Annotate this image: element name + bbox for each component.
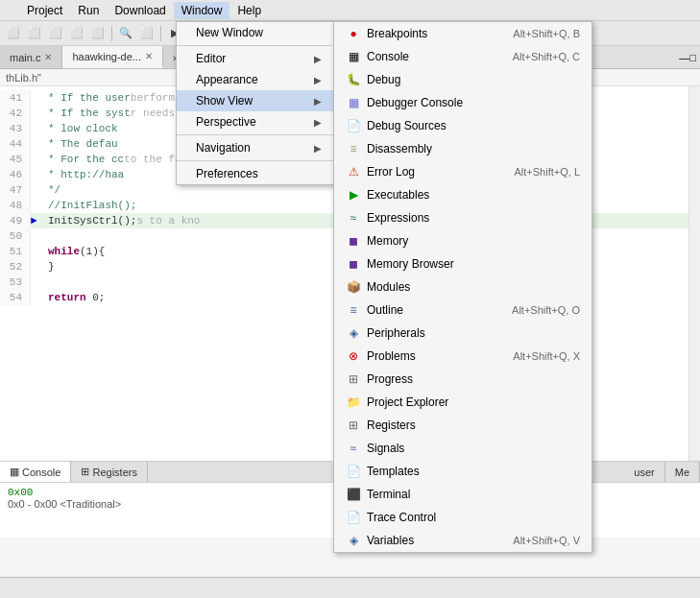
window-menu-appearance[interactable]: Appearance ▶ bbox=[177, 69, 333, 90]
showview-debug-sources-inner: 📄 Debug Sources bbox=[346, 118, 580, 133]
showview-breakpoints-inner: ● Breakpoints bbox=[346, 26, 505, 41]
line-marker-50 bbox=[31, 228, 44, 244]
line-content-49: InitSysCtrl();s to a kno bbox=[44, 213, 200, 228]
console-right-tab-me[interactable]: Me bbox=[665, 462, 700, 482]
line-marker-43 bbox=[31, 121, 44, 136]
menu-item-download[interactable]: Download bbox=[107, 2, 173, 19]
menu-item-project[interactable]: Project bbox=[19, 2, 70, 19]
window-menu-editor-arrow: ▶ bbox=[314, 54, 322, 64]
minimize-btn[interactable]: — bbox=[679, 52, 689, 63]
showview-breakpoints[interactable]: ● Breakpoints Alt+Shift+Q, B bbox=[334, 22, 591, 45]
showview-debug-sources-label: Debug Sources bbox=[367, 119, 447, 132]
line-num-50: 50 bbox=[0, 228, 31, 244]
line-content-53 bbox=[44, 275, 48, 290]
toolbar-btn-1[interactable]: ⬜ bbox=[4, 24, 23, 43]
line-num-45: 45 bbox=[0, 152, 31, 167]
menu-item-window[interactable]: Window bbox=[174, 2, 230, 19]
tab-haawking-close[interactable]: ✕ bbox=[145, 51, 153, 61]
line-num-54: 54 bbox=[0, 290, 31, 305]
showview-variables-shortcut: Alt+Shift+Q, V bbox=[513, 535, 580, 546]
showview-signals-label: Signals bbox=[367, 442, 404, 455]
toolbar-btn-6[interactable]: 🔍 bbox=[116, 24, 135, 43]
showview-modules[interactable]: 📦 Modules bbox=[334, 275, 591, 299]
disassembly-icon: ≡ bbox=[346, 141, 361, 156]
window-menu-new-window[interactable]: New Window bbox=[177, 22, 333, 43]
showview-outline[interactable]: ≡ Outline Alt+Shift+Q, O bbox=[334, 299, 591, 322]
line-content-54: return 0; bbox=[44, 290, 105, 305]
showview-disassembly[interactable]: ≡ Disassembly bbox=[334, 137, 591, 160]
showview-problems-label: Problems bbox=[367, 349, 416, 363]
showview-memory-label: Memory bbox=[367, 234, 408, 248]
showview-peripherals[interactable]: ◈ Peripherals bbox=[334, 322, 591, 345]
window-menu-editor[interactable]: Editor ▶ bbox=[177, 48, 333, 69]
showview-templates[interactable]: 📄 Templates bbox=[334, 460, 591, 483]
outline-icon: ≡ bbox=[346, 302, 361, 318]
expressions-icon: ≈ bbox=[346, 210, 361, 226]
toolbar-btn-7[interactable]: ⬜ bbox=[137, 24, 157, 43]
toolbar-btn-3[interactable]: ⬜ bbox=[46, 24, 65, 43]
maximize-btn[interactable]: □ bbox=[689, 52, 696, 63]
progress-icon: ⊞ bbox=[346, 371, 361, 387]
toolbar-btn-4[interactable]: ⬜ bbox=[67, 24, 86, 43]
showview-project-explorer[interactable]: 📁 Project Explorer bbox=[334, 391, 591, 414]
console-tab-console[interactable]: ▦ Console bbox=[0, 462, 71, 482]
tab-haawking[interactable]: haawking-de... ✕ bbox=[62, 46, 163, 68]
window-menu-navigation[interactable]: Navigation ▶ bbox=[177, 137, 333, 158]
showview-executables[interactable]: ▶ Executables bbox=[334, 183, 591, 206]
showview-trace-control[interactable]: 📄 Trace Control bbox=[334, 506, 591, 529]
line-num-53: 53 bbox=[0, 275, 31, 290]
toolbar-btn-2[interactable]: ⬜ bbox=[25, 24, 44, 43]
showview-problems[interactable]: ⊗ Problems Alt+Shift+Q, X bbox=[334, 345, 591, 368]
menu-item-run[interactable]: Run bbox=[70, 2, 107, 19]
error-log-icon: ⚠ bbox=[346, 164, 361, 179]
showview-memory-browser[interactable]: ◼ Memory Browser bbox=[334, 252, 591, 275]
toolbar-sep-1 bbox=[111, 26, 112, 41]
line-marker-45 bbox=[31, 152, 44, 167]
showview-memory[interactable]: ◼ Memory bbox=[334, 229, 591, 252]
window-menu-preferences[interactable]: Preferences bbox=[177, 163, 333, 184]
line-num-42: 42 bbox=[0, 106, 31, 121]
console-right-tab-user[interactable]: user bbox=[624, 462, 664, 482]
showview-signals[interactable]: ≈ Signals bbox=[334, 437, 591, 460]
showview-console[interactable]: ▦ Console Alt+Shift+Q, C bbox=[334, 45, 591, 68]
line-marker-46 bbox=[31, 167, 44, 182]
showview-debug[interactable]: 🐛 Debug bbox=[334, 68, 591, 91]
showview-outline-inner: ≡ Outline bbox=[346, 302, 504, 318]
tab-mainc-label: main.c bbox=[10, 52, 40, 63]
tab-mainc[interactable]: main.c ✕ bbox=[0, 46, 62, 68]
status-bar bbox=[0, 577, 700, 598]
showview-console-shortcut: Alt+Shift+Q, C bbox=[513, 51, 580, 62]
showview-debugger-console[interactable]: ▦ Debugger Console bbox=[334, 91, 591, 114]
vertical-scrollbar[interactable] bbox=[688, 86, 700, 461]
showview-disassembly-inner: ≡ Disassembly bbox=[346, 141, 580, 156]
line-content-46: * http://haa bbox=[44, 167, 124, 182]
window-menu-perspective[interactable]: Perspective ▶ bbox=[177, 111, 333, 132]
breakpoints-icon: ● bbox=[346, 26, 361, 41]
showview-variables-label: Variables bbox=[367, 534, 414, 547]
window-menu-perspective-arrow: ▶ bbox=[314, 117, 322, 128]
toolbar-sep-2 bbox=[160, 26, 161, 41]
line-marker-42 bbox=[31, 106, 44, 121]
window-menu-showview[interactable]: Show View ▶ bbox=[177, 90, 333, 111]
menu-item-unnamed[interactable] bbox=[4, 9, 19, 12]
toolbar-btn-5[interactable]: ⬜ bbox=[88, 24, 108, 43]
showview-variables[interactable]: ◈ Variables Alt+Shift+Q, V bbox=[334, 529, 591, 552]
line-num-49: 49 bbox=[0, 213, 31, 228]
showview-terminal[interactable]: ⬛ Terminal bbox=[334, 483, 591, 506]
showview-debug-sources[interactable]: 📄 Debug Sources bbox=[334, 114, 591, 137]
showview-registers[interactable]: ⊞ Registers bbox=[334, 414, 591, 437]
showview-expressions[interactable]: ≈ Expressions bbox=[334, 206, 591, 229]
showview-templates-label: Templates bbox=[367, 465, 420, 478]
window-dropdown-menu: New Window Editor ▶ Appearance ▶ Show Vi… bbox=[176, 21, 334, 185]
menu-item-help[interactable]: Help bbox=[229, 2, 269, 19]
showview-progress[interactable]: ⊞ Progress bbox=[334, 368, 591, 391]
showview-breakpoints-shortcut: Alt+Shift+Q, B bbox=[513, 28, 580, 39]
showview-peripherals-inner: ◈ Peripherals bbox=[346, 325, 580, 341]
showview-executables-inner: ▶ Executables bbox=[346, 187, 580, 203]
showview-outline-shortcut: Alt+Shift+Q, O bbox=[512, 304, 580, 316]
executables-icon: ▶ bbox=[346, 187, 361, 203]
console-tab-registers[interactable]: ⊞ Registers bbox=[71, 462, 148, 482]
showview-error-log[interactable]: ⚠ Error Log Alt+Shift+Q, L bbox=[334, 160, 591, 183]
tab-mainc-close[interactable]: ✕ bbox=[44, 52, 52, 62]
showview-debugger-console-inner: ▦ Debugger Console bbox=[346, 95, 580, 110]
